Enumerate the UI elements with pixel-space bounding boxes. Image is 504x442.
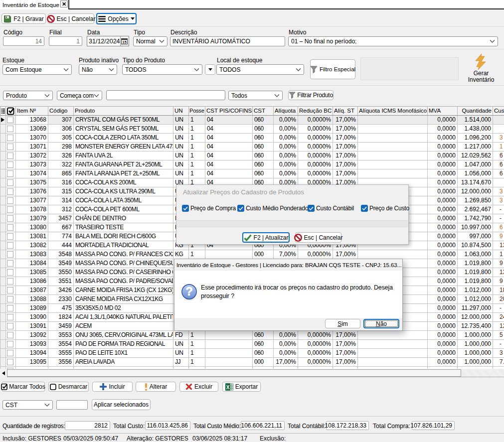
svg-text:X: X	[226, 384, 229, 390]
svg-text:15: 15	[123, 40, 127, 44]
svg-text:?: ?	[185, 285, 193, 298]
